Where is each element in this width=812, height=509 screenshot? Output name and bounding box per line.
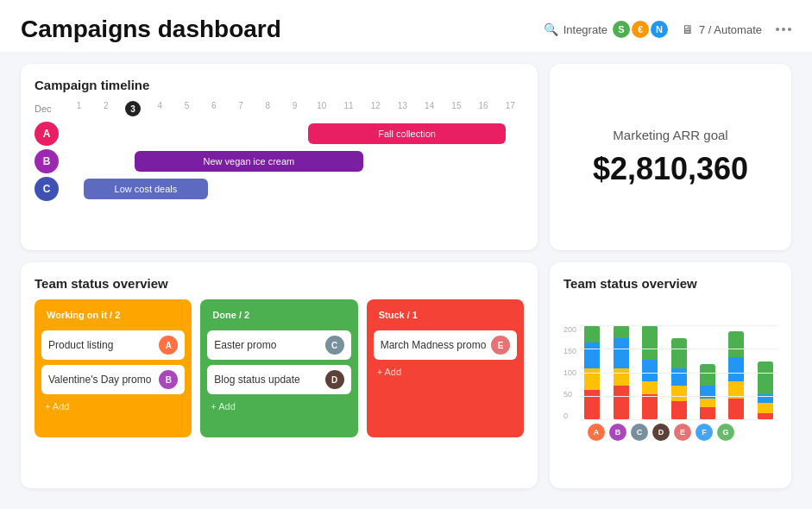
timeline-row-1: A Fall collection bbox=[35, 120, 524, 148]
kanban-add-stuck[interactable]: + Add bbox=[374, 365, 517, 379]
col-3-active: 3 bbox=[119, 101, 146, 116]
col-6: 6 bbox=[200, 101, 227, 116]
seg-red-5 bbox=[700, 407, 715, 420]
timeline-grid-1: Fall collection bbox=[66, 122, 524, 146]
seg-green-3 bbox=[642, 325, 658, 360]
kanban-col-working: Working on it / 2 Product listing A Vale… bbox=[35, 299, 192, 437]
col-17: 17 bbox=[497, 101, 524, 116]
chart-container: 200 150 100 50 0 bbox=[563, 299, 777, 420]
seg-blue-6 bbox=[728, 357, 744, 381]
chart-avatar-2: B bbox=[609, 424, 626, 441]
seg-green-4 bbox=[671, 338, 687, 368]
seg-yellow-3 bbox=[642, 381, 658, 394]
chart-avatar-3: C bbox=[631, 424, 648, 441]
bar-group-5 bbox=[696, 364, 720, 420]
seg-blue-7 bbox=[758, 394, 773, 403]
kanban-item-2: Valentine's Day promo B bbox=[41, 365, 185, 394]
kanban-item-1: Product listing A bbox=[41, 330, 185, 360]
seg-green-1 bbox=[584, 325, 600, 342]
y-label-0: 0 bbox=[563, 412, 576, 420]
bar-group-1 bbox=[580, 325, 604, 420]
seg-yellow-5 bbox=[700, 399, 715, 407]
seg-blue-1 bbox=[584, 342, 600, 368]
kanban-col-stuck: Stuck / 1 March Madness promo E + Add bbox=[367, 299, 524, 437]
seg-green-6 bbox=[728, 331, 744, 357]
integrate-section[interactable]: 🔍 Integrate S € N bbox=[544, 21, 668, 38]
seg-yellow-6 bbox=[728, 381, 744, 399]
integrate-label: Integrate bbox=[563, 23, 607, 36]
automate-icon: 🖥 bbox=[682, 22, 694, 36]
kanban-header-stuck: Stuck / 1 bbox=[374, 306, 517, 324]
kanban-add-done[interactable]: + Add bbox=[207, 399, 350, 413]
chart-card: Team status overview 200 150 100 50 0 bbox=[550, 262, 791, 488]
stacked-bar-3 bbox=[642, 325, 658, 420]
integrate-badges: S € N bbox=[613, 21, 668, 38]
chart-avatar-6: F bbox=[696, 424, 713, 441]
avatar-2: B bbox=[35, 149, 59, 173]
kanban-item-text-1: Product listing bbox=[48, 339, 113, 351]
chart-title: Team status overview bbox=[563, 276, 777, 291]
kanban-columns: Working on it / 2 Product listing A Vale… bbox=[35, 299, 524, 437]
kanban-item-text-4: Blog status update bbox=[214, 374, 299, 386]
kanban-add-working[interactable]: + Add bbox=[41, 399, 185, 413]
seg-yellow-4 bbox=[671, 386, 687, 401]
bar-group-3 bbox=[638, 325, 662, 420]
kanban-header-working: Working on it / 2 bbox=[41, 306, 185, 324]
seg-red-4 bbox=[671, 401, 687, 420]
kanban-item-5: March Madness promo E bbox=[374, 330, 517, 360]
chart-avatar-1: A bbox=[588, 424, 605, 441]
kanban-item-text-2: Valentine's Day promo bbox=[48, 374, 151, 386]
kanban-item-text-5: March Madness promo bbox=[381, 339, 487, 351]
seg-red-3 bbox=[642, 394, 658, 420]
timeline-title: Campaign timeline bbox=[35, 78, 524, 92]
seg-red-1 bbox=[584, 390, 600, 420]
timeline-columns: 1 2 3 4 5 6 7 8 9 10 11 12 13 14 15 16 1… bbox=[66, 101, 524, 116]
col-13: 13 bbox=[389, 101, 416, 116]
seg-blue-3 bbox=[642, 360, 658, 381]
avatar-1: A bbox=[35, 122, 59, 146]
automate-label: 7 / Automate bbox=[699, 23, 762, 36]
seg-blue-4 bbox=[671, 368, 687, 386]
bar-low-cost: Low cost deals bbox=[84, 179, 207, 199]
badge-s: S bbox=[613, 21, 630, 38]
bar-group-7 bbox=[753, 361, 777, 420]
col-14: 14 bbox=[416, 101, 443, 116]
kanban-title: Team status overview bbox=[35, 276, 524, 291]
timeline-row-2: B New vegan ice cream bbox=[35, 148, 524, 175]
seg-red-7 bbox=[758, 413, 773, 420]
chart-avatar-row: A B C D E F G bbox=[563, 424, 777, 441]
header: Campaigns dashboard 🔍 Integrate S € N 🖥 … bbox=[0, 0, 812, 52]
dashboard-body: Campaign timeline Dec 1 2 3 4 5 6 7 8 9 … bbox=[0, 52, 812, 500]
kanban-avatar-2: B bbox=[159, 370, 178, 389]
timeline-grid-3: Low cost deals bbox=[66, 177, 524, 201]
kanban-avatar-4: D bbox=[325, 370, 344, 389]
bar-group-2 bbox=[608, 325, 633, 420]
col-12: 12 bbox=[362, 101, 389, 116]
seg-red-2 bbox=[614, 386, 629, 420]
y-axis: 200 150 100 50 0 bbox=[563, 325, 576, 420]
seg-blue-2 bbox=[614, 338, 629, 368]
timeline-card: Campaign timeline Dec 1 2 3 4 5 6 7 8 9 … bbox=[21, 64, 538, 250]
seg-green-5 bbox=[700, 364, 715, 386]
timeline-month-label: Dec bbox=[35, 104, 66, 114]
col-8: 8 bbox=[255, 101, 281, 116]
stacked-bar-6 bbox=[728, 331, 744, 420]
y-label-150: 150 bbox=[563, 347, 576, 355]
bar-group-6 bbox=[724, 331, 748, 420]
timeline-row-3: C Low cost deals bbox=[35, 175, 524, 203]
col-11: 11 bbox=[335, 101, 362, 116]
chart-avatar-4: D bbox=[652, 424, 670, 441]
stacked-bar-1 bbox=[584, 325, 600, 420]
bars-container bbox=[580, 325, 777, 420]
stacked-bar-5 bbox=[700, 364, 715, 420]
more-options-button[interactable] bbox=[776, 28, 791, 31]
header-actions: 🔍 Integrate S € N 🖥 7 / Automate bbox=[544, 21, 791, 38]
stacked-bar-7 bbox=[758, 361, 773, 420]
avatar-3: C bbox=[35, 177, 59, 201]
y-label-50: 50 bbox=[563, 390, 576, 399]
arr-label: Marketing ARR goal bbox=[613, 128, 727, 142]
col-7: 7 bbox=[227, 101, 254, 116]
col-2: 2 bbox=[92, 101, 119, 116]
kanban-avatar-1: A bbox=[159, 336, 178, 355]
automate-section[interactable]: 🖥 7 / Automate bbox=[682, 22, 762, 36]
